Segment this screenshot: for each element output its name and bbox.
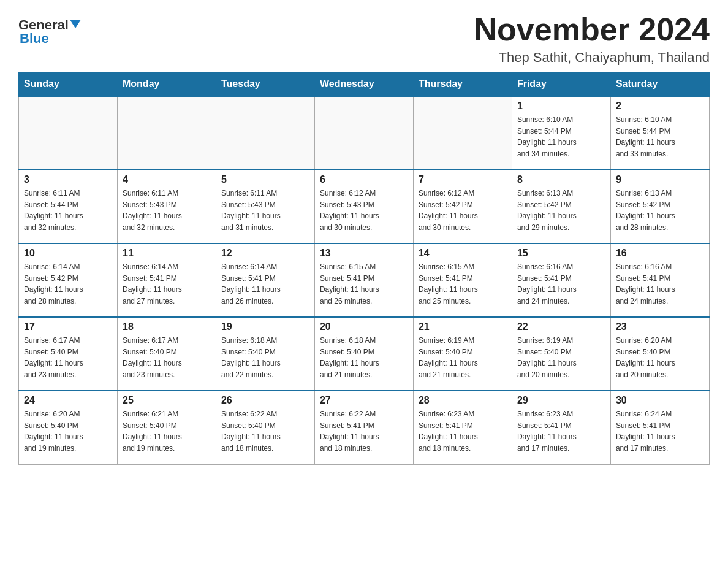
day-info: Sunrise: 6:23 AMSunset: 5:41 PMDaylight:…: [419, 408, 507, 454]
calendar-cell: 23Sunrise: 6:20 AMSunset: 5:40 PMDayligh…: [610, 317, 709, 391]
day-number: 30: [616, 395, 704, 406]
day-info: Sunrise: 6:15 AMSunset: 5:41 PMDaylight:…: [419, 261, 507, 307]
day-info: Sunrise: 6:23 AMSunset: 5:41 PMDaylight:…: [517, 408, 605, 454]
day-number: 12: [221, 248, 309, 259]
week-row-3: 10Sunrise: 6:14 AMSunset: 5:42 PMDayligh…: [19, 243, 710, 317]
day-info: Sunrise: 6:22 AMSunset: 5:40 PMDaylight:…: [221, 408, 309, 454]
title-area: November 2024 Thep Sathit, Chaiyaphum, T…: [474, 12, 710, 66]
day-number: 21: [419, 321, 507, 332]
day-number: 19: [221, 321, 309, 332]
calendar-cell: 21Sunrise: 6:19 AMSunset: 5:40 PMDayligh…: [413, 317, 512, 391]
calendar-cell: 3Sunrise: 6:11 AMSunset: 5:44 PMDaylight…: [19, 170, 118, 243]
day-info: Sunrise: 6:13 AMSunset: 5:42 PMDaylight:…: [517, 188, 605, 233]
calendar-cell: 30Sunrise: 6:24 AMSunset: 5:41 PMDayligh…: [610, 391, 709, 464]
calendar-cell: 14Sunrise: 6:15 AMSunset: 5:41 PMDayligh…: [413, 243, 512, 317]
col-header-tuesday: Tuesday: [216, 72, 314, 97]
calendar-cell: 22Sunrise: 6:19 AMSunset: 5:40 PMDayligh…: [512, 317, 610, 391]
calendar-cell: [413, 96, 512, 170]
day-info: Sunrise: 6:17 AMSunset: 5:40 PMDaylight:…: [123, 335, 211, 380]
day-number: 26: [221, 395, 309, 406]
day-number: 7: [419, 174, 507, 185]
col-header-monday: Monday: [117, 72, 216, 97]
day-info: Sunrise: 6:20 AMSunset: 5:40 PMDaylight:…: [616, 335, 704, 380]
calendar-cell: 11Sunrise: 6:14 AMSunset: 5:41 PMDayligh…: [117, 243, 216, 317]
day-number: 24: [24, 395, 112, 406]
day-info: Sunrise: 6:14 AMSunset: 5:41 PMDaylight:…: [123, 261, 211, 307]
col-header-wednesday: Wednesday: [314, 72, 413, 97]
day-info: Sunrise: 6:17 AMSunset: 5:40 PMDaylight:…: [24, 335, 112, 380]
location-title: Thep Sathit, Chaiyaphum, Thailand: [474, 50, 710, 66]
calendar-cell: 12Sunrise: 6:14 AMSunset: 5:41 PMDayligh…: [216, 243, 314, 317]
day-number: 5: [221, 174, 309, 185]
logo-general-text: General: [18, 18, 81, 32]
day-info: Sunrise: 6:18 AMSunset: 5:40 PMDaylight:…: [320, 335, 408, 380]
calendar-cell: [19, 96, 118, 170]
day-info: Sunrise: 6:14 AMSunset: 5:41 PMDaylight:…: [221, 261, 309, 307]
calendar-cell: 2Sunrise: 6:10 AMSunset: 5:44 PMDaylight…: [610, 96, 709, 170]
day-number: 15: [517, 248, 605, 259]
day-number: 25: [123, 395, 211, 406]
day-number: 29: [517, 395, 605, 406]
day-info: Sunrise: 6:22 AMSunset: 5:41 PMDaylight:…: [320, 408, 408, 454]
month-title: November 2024: [474, 12, 710, 47]
day-info: Sunrise: 6:24 AMSunset: 5:41 PMDaylight:…: [616, 408, 704, 454]
calendar-cell: 25Sunrise: 6:21 AMSunset: 5:40 PMDayligh…: [117, 391, 216, 464]
calendar-cell: 10Sunrise: 6:14 AMSunset: 5:42 PMDayligh…: [19, 243, 118, 317]
calendar-cell: [117, 96, 216, 170]
day-number: 28: [419, 395, 507, 406]
day-info: Sunrise: 6:13 AMSunset: 5:42 PMDaylight:…: [616, 188, 704, 233]
day-info: Sunrise: 6:10 AMSunset: 5:44 PMDaylight:…: [517, 114, 605, 159]
calendar-cell: 19Sunrise: 6:18 AMSunset: 5:40 PMDayligh…: [216, 317, 314, 391]
col-header-thursday: Thursday: [413, 72, 512, 97]
day-number: 22: [517, 321, 605, 332]
day-info: Sunrise: 6:21 AMSunset: 5:40 PMDaylight:…: [123, 408, 211, 454]
calendar-cell: 4Sunrise: 6:11 AMSunset: 5:43 PMDaylight…: [117, 170, 216, 243]
calendar-header-row: SundayMondayTuesdayWednesdayThursdayFrid…: [19, 72, 710, 97]
calendar-table: SundayMondayTuesdayWednesdayThursdayFrid…: [18, 72, 710, 465]
week-row-2: 3Sunrise: 6:11 AMSunset: 5:44 PMDaylight…: [19, 170, 710, 243]
day-info: Sunrise: 6:15 AMSunset: 5:41 PMDaylight:…: [320, 261, 408, 307]
day-info: Sunrise: 6:11 AMSunset: 5:43 PMDaylight:…: [123, 188, 211, 233]
calendar-cell: 9Sunrise: 6:13 AMSunset: 5:42 PMDaylight…: [610, 170, 709, 243]
day-number: 8: [517, 174, 605, 185]
week-row-4: 17Sunrise: 6:17 AMSunset: 5:40 PMDayligh…: [19, 317, 710, 391]
logo-triangle-icon: [70, 20, 81, 28]
day-number: 17: [24, 321, 112, 332]
calendar-cell: 16Sunrise: 6:16 AMSunset: 5:41 PMDayligh…: [610, 243, 709, 317]
calendar-cell: 29Sunrise: 6:23 AMSunset: 5:41 PMDayligh…: [512, 391, 610, 464]
col-header-saturday: Saturday: [610, 72, 709, 97]
day-info: Sunrise: 6:16 AMSunset: 5:41 PMDaylight:…: [517, 261, 605, 307]
day-info: Sunrise: 6:20 AMSunset: 5:40 PMDaylight:…: [24, 408, 112, 454]
day-number: 14: [419, 248, 507, 259]
calendar-cell: 1Sunrise: 6:10 AMSunset: 5:44 PMDaylight…: [512, 96, 610, 170]
calendar-cell: 26Sunrise: 6:22 AMSunset: 5:40 PMDayligh…: [216, 391, 314, 464]
day-number: 16: [616, 248, 704, 259]
logo: General Blue: [18, 18, 81, 47]
calendar-cell: [216, 96, 314, 170]
day-number: 3: [24, 174, 112, 185]
logo-blue-text: Blue: [18, 31, 49, 47]
day-info: Sunrise: 6:19 AMSunset: 5:40 PMDaylight:…: [517, 335, 605, 380]
day-number: 9: [616, 174, 704, 185]
day-number: 20: [320, 321, 408, 332]
calendar-cell: 28Sunrise: 6:23 AMSunset: 5:41 PMDayligh…: [413, 391, 512, 464]
day-number: 18: [123, 321, 211, 332]
calendar-cell: 8Sunrise: 6:13 AMSunset: 5:42 PMDaylight…: [512, 170, 610, 243]
header: General Blue November 2024 Thep Sathit, …: [18, 12, 710, 66]
day-number: 1: [517, 101, 605, 112]
calendar-cell: 6Sunrise: 6:12 AMSunset: 5:43 PMDaylight…: [314, 170, 413, 243]
day-info: Sunrise: 6:12 AMSunset: 5:43 PMDaylight:…: [320, 188, 408, 233]
day-info: Sunrise: 6:11 AMSunset: 5:44 PMDaylight:…: [24, 188, 112, 233]
col-header-sunday: Sunday: [19, 72, 118, 97]
day-number: 27: [320, 395, 408, 406]
calendar-cell: 24Sunrise: 6:20 AMSunset: 5:40 PMDayligh…: [19, 391, 118, 464]
week-row-5: 24Sunrise: 6:20 AMSunset: 5:40 PMDayligh…: [19, 391, 710, 464]
day-info: Sunrise: 6:14 AMSunset: 5:42 PMDaylight:…: [24, 261, 112, 307]
day-number: 2: [616, 101, 704, 112]
week-row-1: 1Sunrise: 6:10 AMSunset: 5:44 PMDaylight…: [19, 96, 710, 170]
day-number: 13: [320, 248, 408, 259]
calendar-cell: 20Sunrise: 6:18 AMSunset: 5:40 PMDayligh…: [314, 317, 413, 391]
calendar-cell: 17Sunrise: 6:17 AMSunset: 5:40 PMDayligh…: [19, 317, 118, 391]
calendar-cell: 27Sunrise: 6:22 AMSunset: 5:41 PMDayligh…: [314, 391, 413, 464]
day-info: Sunrise: 6:16 AMSunset: 5:41 PMDaylight:…: [616, 261, 704, 307]
